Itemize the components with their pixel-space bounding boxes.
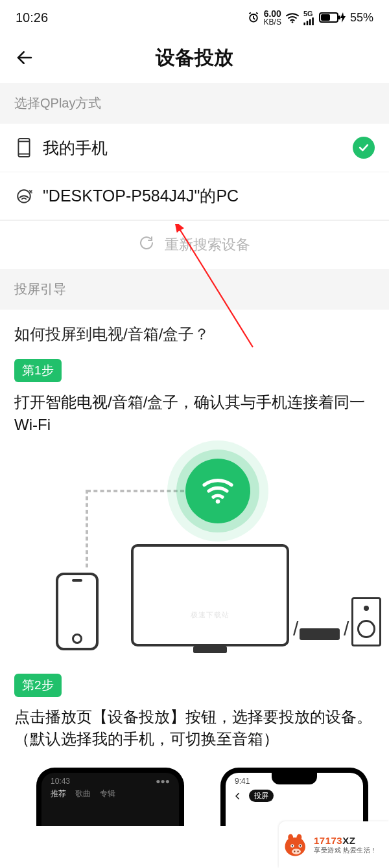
refresh-icon <box>139 235 154 255</box>
logo-icon <box>283 831 310 858</box>
page-header: 设备投放 <box>0 32 389 83</box>
wifi-circle-icon <box>185 459 250 523</box>
divider-slash: / <box>344 618 349 640</box>
svg-point-14 <box>292 845 293 847</box>
guide-question: 如何投屏到电视/音箱/盒子？ <box>14 324 375 345</box>
svg-point-10 <box>216 499 220 504</box>
preview-phone-dark: 10:43 ●●● 推荐 歌曲 专辑 <box>36 768 184 826</box>
step-2-preview: 10:43 ●●● 推荐 歌曲 专辑 9:41 投屏 <box>14 768 375 819</box>
step-1-text: 打开智能电视/音箱/盒子，确认其与手机连接着同一Wi-Fi <box>14 391 375 437</box>
signal-5g-icon: 5G <box>303 10 315 25</box>
section-label-qplay: 选择QPlay方式 <box>0 83 389 124</box>
status-right: 6.00 KB/S 5G 55% <box>247 9 373 26</box>
status-time: 10:26 <box>16 10 48 25</box>
network-speed: 6.00 KB/S <box>264 9 281 26</box>
step-1-badge: 第1步 <box>14 359 62 382</box>
section-label-guide: 投屏引导 <box>0 269 389 310</box>
illus-speaker-icon <box>351 597 381 646</box>
svg-rect-2 <box>303 22 305 25</box>
svg-rect-5 <box>312 17 314 25</box>
rescan-label: 重新搜索设备 <box>165 235 250 255</box>
wifi-icon <box>285 12 300 23</box>
svg-rect-4 <box>309 19 311 25</box>
device-name: 我的手机 <box>43 137 344 159</box>
divider-slash: / <box>293 618 298 640</box>
svg-point-18 <box>297 851 298 852</box>
illus-tv-icon: 极速下载站 <box>131 544 289 646</box>
step-2-text: 点击播放页【设备投放】按钮，选择要投放的设备。（默认选择我的手机，可切换至音箱） <box>14 706 375 751</box>
phone-icon <box>14 138 34 157</box>
device-row-my-phone[interactable]: 我的手机 <box>0 124 389 172</box>
device-row-desktop-pc[interactable]: "DESKTOP-P584J4J"的PC <box>0 172 389 220</box>
guide-body: 如何投屏到电视/音箱/盒子？ 第1步 打开智能电视/音箱/盒子，确认其与手机连接… <box>0 310 389 834</box>
page-title: 设备投放 <box>156 45 233 71</box>
svg-point-15 <box>300 845 301 847</box>
illus-phone-icon <box>56 573 99 650</box>
check-icon <box>353 137 375 159</box>
battery-icon <box>319 12 346 23</box>
cast-device-icon <box>14 187 34 206</box>
rescan-devices-button[interactable]: 重新搜索设备 <box>0 220 389 269</box>
back-button[interactable] <box>12 45 38 71</box>
device-name: "DESKTOP-P584J4J"的PC <box>43 185 375 207</box>
status-bar: 10:26 6.00 KB/S 5G 55% <box>0 0 389 32</box>
svg-rect-3 <box>307 21 309 25</box>
illus-box-icon <box>300 628 340 640</box>
alarm-icon <box>247 11 260 24</box>
watermark-badge: 17173XZ 享受游戏 热爱生活！ <box>279 821 389 868</box>
step-2-badge: 第2步 <box>14 674 62 697</box>
battery-percent: 55% <box>350 11 373 25</box>
step-1-illustration: 极速下载站 / / <box>14 453 375 654</box>
illus-watermark: 极速下载站 <box>191 610 230 619</box>
svg-point-16 <box>292 849 301 854</box>
preview-phone-light: 9:41 投屏 <box>220 768 368 826</box>
svg-point-17 <box>294 851 295 852</box>
svg-point-1 <box>292 21 294 23</box>
